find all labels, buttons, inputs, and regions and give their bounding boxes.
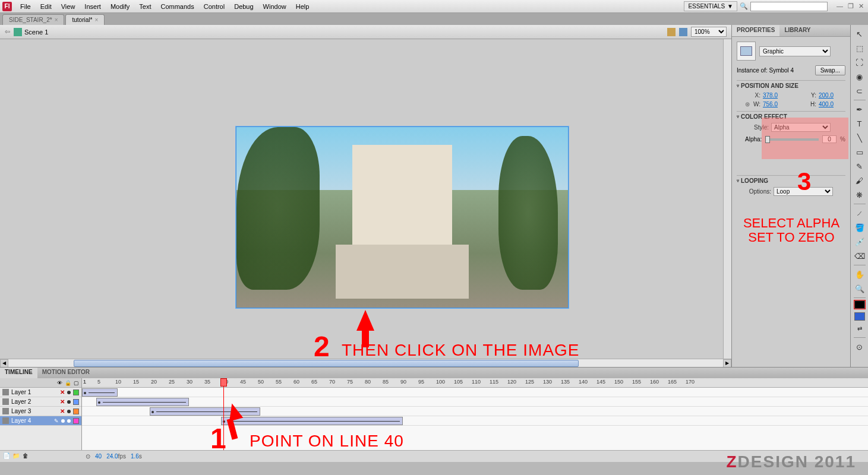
edit-scene-icon[interactable] bbox=[667, 28, 676, 36]
new-layer-icon[interactable]: 📄 bbox=[2, 452, 11, 461]
instance-type-icon bbox=[737, 42, 756, 61]
lasso-tool-icon[interactable]: ⊂ bbox=[853, 84, 866, 97]
swap-button[interactable]: Swap... bbox=[815, 65, 845, 75]
snap-icon[interactable]: ⊙ bbox=[853, 340, 866, 353]
menu-edit[interactable]: Edit bbox=[36, 1, 56, 12]
brush-tool-icon[interactable]: 🖌 bbox=[853, 174, 866, 187]
tab-close-icon[interactable]: × bbox=[55, 17, 58, 23]
doc-tab-1[interactable]: tutorial*× bbox=[65, 14, 105, 25]
app-icon: Fl bbox=[2, 2, 12, 11]
tab-timeline[interactable]: TIMELINE bbox=[0, 368, 37, 378]
timeline-frames[interactable]: 1510152025303540455055606570758085909510… bbox=[82, 378, 868, 450]
eyedropper-tool-icon[interactable]: 💉 bbox=[853, 235, 866, 248]
document-tabs: SIDE_STAIR_2*× tutorial*× bbox=[0, 13, 868, 25]
menu-modify[interactable]: Modify bbox=[106, 1, 134, 12]
menu-control[interactable]: Control bbox=[199, 1, 229, 12]
pen-tool-icon[interactable]: ✒ bbox=[853, 103, 866, 116]
zoom-select[interactable]: 100% bbox=[691, 27, 727, 37]
stroke-color-swatch[interactable] bbox=[854, 300, 865, 309]
annotation-arrow-2 bbox=[356, 310, 374, 347]
frame-row-3 bbox=[82, 416, 868, 426]
delete-layer-icon[interactable]: 🗑 bbox=[21, 452, 30, 461]
frame-number: 40 bbox=[95, 453, 102, 460]
watermark: ZDESIGN 2011 bbox=[726, 452, 856, 471]
prop-x[interactable]: 378.0 bbox=[763, 92, 787, 99]
menu-commands[interactable]: Commands bbox=[156, 1, 198, 12]
swap-colors-icon[interactable]: ⇄ bbox=[853, 322, 866, 335]
doc-tab-0[interactable]: SIDE_STAIR_2*× bbox=[2, 14, 64, 25]
line-tool-icon[interactable]: ╲ bbox=[853, 131, 866, 144]
stage-scrollbar-horizontal[interactable]: ◀ ▶ bbox=[0, 359, 731, 367]
tab-motion-editor[interactable]: MOTION EDITOR bbox=[37, 368, 94, 378]
eraser-tool-icon[interactable]: ⌫ bbox=[853, 249, 866, 262]
rectangle-tool-icon[interactable]: ▭ bbox=[853, 145, 866, 159]
canvas-image-instance[interactable] bbox=[236, 126, 569, 308]
minimize-button[interactable]: — bbox=[835, 2, 845, 10]
scene-icon bbox=[14, 28, 22, 36]
close-button[interactable]: ✕ bbox=[857, 2, 866, 10]
menu-debug[interactable]: Debug bbox=[229, 1, 258, 12]
menu-file[interactable]: File bbox=[15, 1, 36, 12]
layer-row-3[interactable]: Layer 4✎ bbox=[0, 416, 81, 426]
text-tool-icon[interactable]: T bbox=[853, 117, 866, 130]
layer-row-0[interactable]: Layer 1✕ bbox=[0, 388, 81, 397]
section-looping[interactable]: LOOPING bbox=[737, 175, 845, 186]
menubar: Fl File Edit View Insert Modify Text Com… bbox=[0, 0, 868, 13]
looping-options-select[interactable]: Loop bbox=[774, 187, 833, 196]
alpha-slider[interactable] bbox=[765, 138, 819, 141]
eye-icon[interactable]: 👁 bbox=[57, 380, 62, 386]
menu-text[interactable]: Text bbox=[134, 1, 156, 12]
selection-tool-icon[interactable]: ↖ bbox=[853, 27, 866, 40]
stage-scrollbar-vertical[interactable] bbox=[723, 39, 731, 359]
deco-tool-icon[interactable]: ❋ bbox=[853, 188, 866, 201]
scroll-right-icon[interactable]: ▶ bbox=[723, 359, 731, 368]
menu-insert[interactable]: Insert bbox=[80, 1, 106, 12]
scene-name: Scene 1 bbox=[24, 28, 48, 36]
prop-y[interactable]: 200.0 bbox=[819, 92, 842, 99]
menu-view[interactable]: View bbox=[56, 1, 80, 12]
3d-rotation-tool-icon[interactable]: ◉ bbox=[853, 70, 866, 83]
timeline-playhead[interactable] bbox=[223, 378, 224, 450]
prop-w[interactable]: 756.0 bbox=[763, 101, 787, 107]
restore-button[interactable]: ❐ bbox=[846, 2, 856, 10]
hand-tool-icon[interactable]: ✋ bbox=[853, 268, 866, 281]
layer-row-2[interactable]: Layer 3✕ bbox=[0, 407, 81, 416]
tab-close-icon[interactable]: × bbox=[94, 17, 98, 23]
subselection-tool-icon[interactable]: ⬚ bbox=[853, 42, 866, 55]
prop-h[interactable]: 400.0 bbox=[819, 101, 842, 107]
timeline-panel: TIMELINE MOTION EDITOR 👁🔒▢ Layer 1✕ Laye… bbox=[0, 367, 868, 462]
frame-row-0 bbox=[82, 388, 868, 397]
stage-canvas[interactable]: 2 THEN CLICK ON THE IMAGE bbox=[0, 39, 731, 359]
menu-help[interactable]: Help bbox=[291, 1, 314, 12]
annotation-text-3: SELECT ALPHA SET TO ZERO bbox=[738, 216, 845, 245]
menu-window[interactable]: Window bbox=[258, 1, 291, 12]
tab-properties[interactable]: PROPERTIES bbox=[732, 25, 779, 36]
section-position-size[interactable]: POSITION AND SIZE bbox=[737, 80, 845, 91]
outline-icon[interactable]: ▢ bbox=[74, 380, 79, 386]
timeline-ruler[interactable]: 1510152025303540455055606570758085909510… bbox=[82, 378, 868, 388]
frame-row-1 bbox=[82, 397, 868, 407]
fill-color-swatch[interactable] bbox=[854, 312, 865, 321]
lock-icon[interactable]: 🔒 bbox=[65, 380, 71, 386]
new-folder-icon[interactable]: 📁 bbox=[12, 452, 20, 461]
bone-tool-icon[interactable]: ⟋ bbox=[853, 207, 866, 220]
timeline-layers: 👁🔒▢ Layer 1✕ Layer 2✕ Layer 3✕ Layer 4✎ bbox=[0, 378, 82, 450]
pencil-tool-icon[interactable]: ✎ bbox=[853, 160, 866, 173]
annotation-number-2: 2 bbox=[314, 330, 330, 359]
stage-toolbar: ⇦ Scene 1 100% bbox=[0, 25, 731, 39]
frame-row-2 bbox=[82, 407, 868, 416]
edit-symbols-icon[interactable] bbox=[679, 28, 687, 36]
paint-bucket-tool-icon[interactable]: 🪣 bbox=[853, 221, 866, 234]
search-input[interactable] bbox=[750, 2, 828, 11]
annotation-text-2: THEN CLICK ON THE IMAGE bbox=[342, 341, 580, 359]
search-icon: 🔍 bbox=[740, 2, 748, 10]
tab-library[interactable]: LIBRARY bbox=[779, 25, 815, 36]
free-transform-tool-icon[interactable]: ⛶ bbox=[853, 56, 866, 69]
zoom-tool-icon[interactable]: 🔍 bbox=[853, 282, 866, 295]
workspace-selector[interactable]: ESSENTIALS▼ bbox=[684, 1, 737, 11]
layer-row-1[interactable]: Layer 2✕ bbox=[0, 397, 81, 407]
instance-type-select[interactable]: Graphic bbox=[759, 46, 831, 56]
onion-skin-icon[interactable]: ⊙ bbox=[86, 453, 90, 460]
properties-panel: PROPERTIES LIBRARY Graphic Instance of: … bbox=[731, 25, 850, 367]
scroll-left-icon[interactable]: ◀ bbox=[0, 359, 8, 368]
